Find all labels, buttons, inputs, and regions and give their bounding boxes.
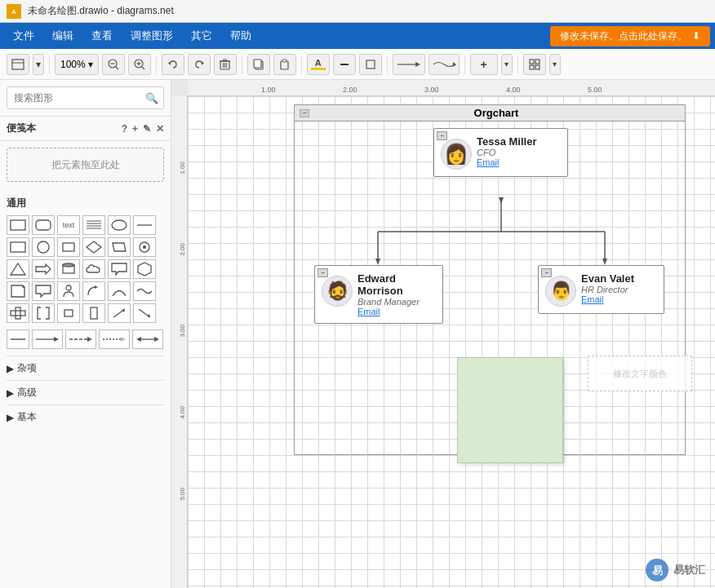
save-label: 修改未保存。点击此处保存。 <box>560 29 687 43</box>
insert-dropdown[interactable]: ▾ <box>501 54 513 75</box>
tessa-email[interactable]: Email <box>477 157 536 167</box>
panel-title: 便笺本 <box>7 122 36 135</box>
copy-button[interactable] <box>247 54 270 75</box>
svg-line-10 <box>142 67 144 69</box>
edit-text-box[interactable]: 修改文字颜色 <box>588 356 692 391</box>
shape-round-rect[interactable] <box>32 215 55 235</box>
line-double-arrow[interactable] <box>132 329 163 349</box>
shape-lines[interactable] <box>82 215 105 235</box>
svg-rect-57 <box>91 307 97 319</box>
delete-button[interactable] <box>214 54 237 75</box>
shape-bracket[interactable] <box>32 303 55 323</box>
line-dashed[interactable] <box>65 329 96 349</box>
tessa-role: CFO <box>477 148 536 157</box>
shape-small-square[interactable] <box>57 303 80 323</box>
waypoint-button[interactable] <box>429 54 460 75</box>
sticky-note[interactable] <box>457 357 563 463</box>
shape-tall-rect[interactable] <box>82 303 105 323</box>
arrow-button[interactable] <box>393 54 425 75</box>
menu-adjust[interactable]: 调整图形 <box>122 25 181 46</box>
shape-hexagon[interactable] <box>133 259 156 279</box>
panel-add-icon[interactable]: + <box>132 123 138 135</box>
paste-button[interactable] <box>273 54 296 75</box>
format-button[interactable] <box>523 54 546 75</box>
card-evan[interactable]: − 👨 Evan Valet HR Director Email <box>538 265 664 314</box>
undo-button[interactable] <box>162 54 184 75</box>
search-area: 🔍 <box>0 80 171 117</box>
svg-marker-79 <box>499 197 504 204</box>
format-dropdown[interactable]: ▾ <box>549 54 561 75</box>
shape-parallelogram[interactable] <box>108 237 131 257</box>
shape-dot[interactable] <box>133 237 156 257</box>
ruler-horizontal: 1.00 2.00 3.00 4.00 5.00 <box>188 80 715 96</box>
card-edward[interactable]: − 🧔 Edward Morrison Brand Manager Email <box>314 265 443 324</box>
zoom-level[interactable]: 100% ▾ <box>55 54 99 75</box>
line-solid[interactable] <box>7 329 29 349</box>
shape-diagonal-arrow[interactable] <box>108 303 131 323</box>
shape-circle[interactable] <box>32 237 55 257</box>
menu-view[interactable]: 查看 <box>83 25 121 46</box>
line-dotted-arrow[interactable] <box>99 329 130 349</box>
card-tessa[interactable]: − 👩 Tessa Miller CFO Email <box>433 128 568 177</box>
shape-outline-button[interactable] <box>359 54 382 75</box>
shape-text[interactable]: text <box>57 215 80 235</box>
shape-right-arrow[interactable] <box>32 259 55 279</box>
redo-button[interactable] <box>188 54 211 75</box>
svg-text:易: 易 <box>652 564 663 577</box>
card-tessa-collapse[interactable]: − <box>437 131 447 140</box>
svg-rect-42 <box>63 243 74 251</box>
edward-name: Edward Morrison <box>358 272 436 297</box>
shape-diamond[interactable] <box>82 237 105 257</box>
fill-color-button[interactable]: A <box>307 54 330 75</box>
shape-cylinder[interactable] <box>57 259 80 279</box>
menu-edit[interactable]: 编辑 <box>44 25 82 46</box>
menu-other[interactable]: 其它 <box>183 25 220 46</box>
shape-speech-bubble[interactable] <box>32 281 55 301</box>
shape-triangle[interactable] <box>7 259 29 279</box>
panel-help-icon[interactable]: ? <box>122 123 127 135</box>
shape-callout[interactable] <box>108 259 131 279</box>
save-button[interactable]: 修改未保存。点击此处保存。 ⬇ <box>550 26 710 46</box>
edward-email[interactable]: Email <box>358 307 436 316</box>
zoom-in-button[interactable] <box>128 54 151 75</box>
shape-small-rect[interactable] <box>57 237 80 257</box>
window-title: 未命名绘图.drawio - diagrams.net <box>28 4 174 18</box>
card-evan-collapse[interactable]: − <box>541 268 552 277</box>
card-edward-collapse[interactable]: − <box>318 268 328 277</box>
shape-curved-arrow[interactable] <box>82 281 105 301</box>
svg-marker-44 <box>113 243 126 251</box>
search-input[interactable] <box>7 86 164 109</box>
shape-ellipse[interactable] <box>108 215 131 235</box>
zoom-out-button[interactable] <box>102 54 125 75</box>
grid-canvas[interactable]: − Orgchart <box>188 96 715 588</box>
orgchart-collapse-icon[interactable]: − <box>300 109 309 117</box>
shape-cross[interactable] <box>7 303 29 323</box>
shape-arc[interactable] <box>108 281 131 301</box>
view-toggle-button[interactable] <box>7 54 29 75</box>
shape-rect[interactable] <box>7 215 29 235</box>
shape-note[interactable] <box>7 281 29 301</box>
menu-file[interactable]: 文件 <box>5 25 42 46</box>
insert-button[interactable]: + <box>470 54 498 75</box>
view-toggle-dropdown[interactable]: ▾ <box>33 54 44 75</box>
shape-person[interactable] <box>57 281 80 301</box>
svg-marker-66 <box>87 337 92 342</box>
line-color-button[interactable] <box>333 54 356 75</box>
shape-diagonal-arrow2[interactable] <box>133 303 156 323</box>
shape-wave[interactable] <box>133 281 156 301</box>
svg-rect-29 <box>535 60 540 64</box>
shape-rect2[interactable] <box>7 237 29 257</box>
search-icon: 🔍 <box>145 92 158 104</box>
menu-help[interactable]: 帮助 <box>222 25 260 46</box>
section-misc[interactable]: ▶ 杂项 <box>7 356 164 380</box>
shape-cloud[interactable] <box>82 259 105 279</box>
canvas-area[interactable]: 1.00 2.00 3.00 4.00 5.00 1.00 2.00 3.00 … <box>171 80 715 588</box>
section-basic[interactable]: ▶ 基本 <box>7 405 164 429</box>
line-arrow[interactable] <box>32 329 63 349</box>
shape-line[interactable] <box>133 215 156 235</box>
panel-close-icon[interactable]: ✕ <box>156 123 164 135</box>
section-advanced[interactable]: ▶ 高级 <box>7 380 164 405</box>
panel-edit-icon[interactable]: ✎ <box>143 123 151 135</box>
panel-actions: ? + ✎ ✕ <box>122 123 164 135</box>
evan-email[interactable]: Email <box>581 294 634 304</box>
